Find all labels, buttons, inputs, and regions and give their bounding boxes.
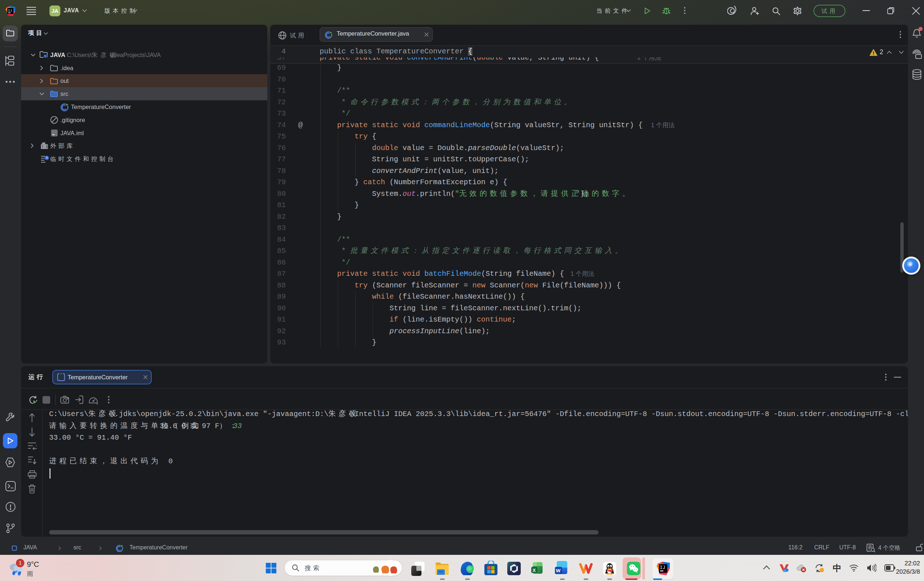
svg-text:X: X xyxy=(532,568,536,573)
svg-text:IJ: IJ xyxy=(8,9,12,13)
svg-text:IJ: IJ xyxy=(660,565,665,571)
svg-text:W: W xyxy=(556,568,561,573)
